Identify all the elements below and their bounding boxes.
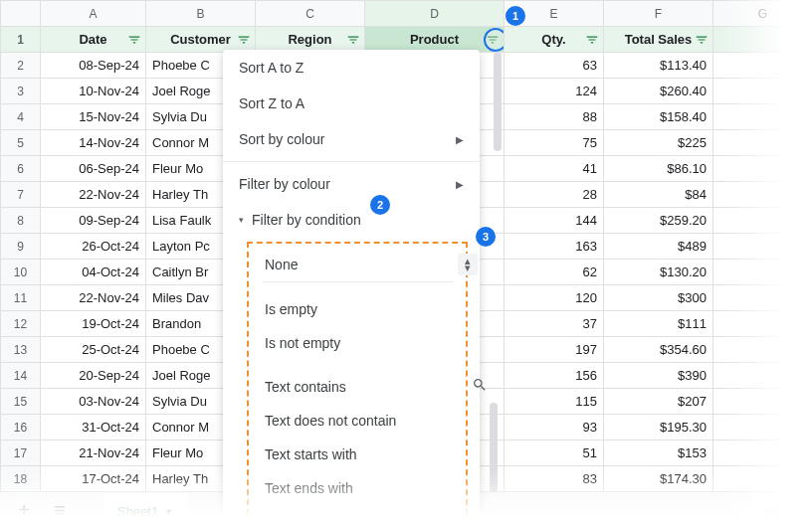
condition-text-starts[interactable]: Text starts with [249,438,466,471]
cell-sales[interactable]: $113.40 [604,53,713,79]
filter-icon[interactable] [237,33,251,47]
cell-date[interactable]: 06-Sep-24 [41,156,146,182]
filter-icon[interactable] [695,33,709,47]
cell-sales[interactable]: $153 [604,441,713,466]
cell-empty[interactable] [713,337,813,363]
tab-menu-arrow-icon[interactable]: ▼ [789,507,798,517]
cell-date[interactable]: 08-Sep-24 [41,53,146,79]
filter-by-condition[interactable]: Filter by condition [223,202,480,238]
row-num[interactable]: 18 [1,466,41,492]
row-num[interactable]: 14 [1,363,41,389]
cell-empty[interactable] [713,466,813,492]
condition-text-contains[interactable]: Text contains [249,370,466,404]
cell-empty[interactable] [713,363,813,389]
cell-empty[interactable] [713,182,813,208]
sort-by-colour[interactable]: Sort by colour▶ [223,121,480,157]
cell-date[interactable]: 22-Nov-24 [41,285,146,311]
sort-z-to-a[interactable]: Sort Z to A [223,86,480,121]
row-num[interactable]: 12 [1,311,41,337]
row-num[interactable]: 6 [1,156,41,182]
cell-qty[interactable]: 197 [505,337,604,363]
col-b[interactable]: B [146,1,256,27]
cell-qty[interactable]: 41 [505,156,604,182]
row-num-1[interactable]: 1 [1,27,41,53]
filter-icon[interactable] [127,33,141,47]
cell-date[interactable]: 04-Oct-24 [41,260,146,285]
cell-empty[interactable] [713,311,813,337]
cell-empty[interactable] [713,130,813,156]
cell-qty[interactable]: 163 [505,234,604,260]
sort-a-to-z[interactable]: Sort A to Z [223,50,480,86]
all-sheets-button[interactable]: ≡ [44,497,76,525]
filter-by-colour[interactable]: Filter by colour▶ [223,166,480,202]
cell-sales[interactable]: $195.30 [604,415,713,441]
cell-sales[interactable]: $259.20 [604,208,713,234]
row-num[interactable]: 16 [1,415,41,441]
condition-stepper[interactable]: ▴▾ [458,254,478,275]
condition-none[interactable]: None [249,248,466,281]
header-date[interactable]: Date [41,27,146,53]
cell-qty[interactable]: 88 [505,104,604,130]
header-empty-g[interactable] [713,27,813,53]
cell-date[interactable]: 03-Nov-24 [41,389,146,415]
header-total-sales[interactable]: Total Sales [604,27,713,53]
cell-qty[interactable]: 115 [505,389,604,415]
filter-icon[interactable] [346,33,360,47]
cell-qty[interactable]: 75 [505,130,604,156]
cell-qty[interactable]: 28 [505,182,604,208]
cell-date[interactable]: 14-Nov-24 [41,130,146,156]
row-num[interactable]: 8 [1,208,41,234]
corner-cell[interactable] [1,1,41,27]
cell-empty[interactable] [713,208,813,234]
cell-qty[interactable]: 93 [505,415,604,441]
cell-sales[interactable]: $225 [604,130,713,156]
condition-is-empty[interactable]: Is empty [249,292,466,326]
row-num[interactable]: 4 [1,104,41,130]
cell-qty[interactable]: 156 [505,363,604,389]
row-num[interactable]: 17 [1,441,41,466]
cell-empty[interactable] [713,415,813,441]
cell-sales[interactable]: $111 [604,311,713,337]
cell-date[interactable]: 10-Nov-24 [41,79,146,104]
condition-text-exactly[interactable]: Text is exactly [249,505,466,529]
cell-empty[interactable] [713,156,813,182]
cell-empty[interactable] [713,389,813,415]
cell-sales[interactable]: $300 [604,285,713,311]
cell-qty[interactable]: 144 [505,208,604,234]
cell-date[interactable]: 22-Nov-24 [41,182,146,208]
row-num[interactable]: 15 [1,389,41,415]
cell-date[interactable]: 25-Oct-24 [41,337,146,363]
cell-empty[interactable] [713,104,813,130]
cell-sales[interactable]: $489 [604,234,713,260]
row-num[interactable]: 3 [1,79,41,104]
row-num[interactable]: 2 [1,53,41,79]
condition-text-ends[interactable]: Text ends with [249,471,466,505]
tab-menu-arrow-icon[interactable]: ▼ [164,507,173,517]
cell-empty[interactable] [713,234,813,260]
col-d[interactable]: D [365,1,505,27]
row-num[interactable]: 11 [1,285,41,311]
row-num[interactable]: 13 [1,337,41,363]
cell-date[interactable]: 21-Nov-24 [41,441,146,466]
cell-empty[interactable] [713,285,813,311]
dropdown-scrollbar[interactable] [494,52,502,151]
filter-icon[interactable] [585,33,599,47]
condition-text-not-contain[interactable]: Text does not contain [249,404,466,438]
condition-scrollbar[interactable] [490,403,498,492]
row-num[interactable]: 5 [1,130,41,156]
cell-qty[interactable]: 62 [505,260,604,285]
header-product[interactable]: Product [365,27,505,53]
search-icon[interactable] [468,373,492,397]
cell-qty[interactable]: 63 [505,53,604,79]
cell-date[interactable]: 17-Oct-24 [41,466,146,492]
cell-date[interactable]: 20-Sep-24 [41,363,146,389]
cell-sales[interactable]: $174.30 [604,466,713,492]
cell-sales[interactable]: $260.40 [604,79,713,104]
cell-date[interactable]: 26-Oct-24 [41,234,146,260]
header-customer[interactable]: Customer [146,27,256,53]
header-qty[interactable]: Qty. [505,27,604,53]
cell-empty[interactable] [713,53,813,79]
row-num[interactable]: 10 [1,260,41,285]
add-sheet-button[interactable]: + [8,497,40,525]
cell-empty[interactable] [713,260,813,285]
